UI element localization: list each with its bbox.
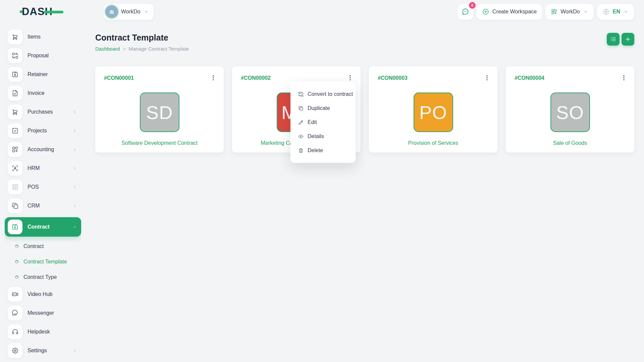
card-menu-button[interactable] [346,74,354,82]
title-block: Contract Template Dashboard › Manage Con… [95,33,189,52]
workspace-switcher[interactable]: WorkDo [104,4,154,20]
sidebar-item-icon-box [8,67,22,82]
create-workspace-button[interactable]: Create Workspace [477,4,542,20]
plus-circle-icon [482,8,489,15]
messages-button[interactable]: 0 [458,4,473,20]
chevron-right-icon [72,185,77,190]
sidebar-item-pos[interactable]: POS [5,180,81,194]
template-avatar: SO [550,93,590,132]
contract-id: #CON00004 [515,75,544,81]
kebab-icon [346,74,354,81]
context-menu-delete[interactable]: Delete [290,143,356,158]
sidebar-item-retainer[interactable]: Retainer [5,67,81,82]
sidebar-subitem-contract-template[interactable]: Contract Template [5,256,81,267]
sidebar-item-purchases[interactable]: Purchases [5,105,81,119]
template-name-link[interactable]: Sale of Goods [515,140,626,146]
sidebar-item-invoice[interactable]: Invoice [5,86,81,101]
contract-id: #CON00001 [104,75,134,81]
breadcrumb-dashboard-link[interactable]: Dashboard [95,46,120,52]
chevron-right-icon [72,110,77,115]
logo-accent-dot [20,10,22,13]
sidebar-item-label: Projects [28,128,47,134]
messages-badge: 0 [469,2,476,9]
workspace-name: WorkDo [121,9,141,15]
card-menu-button[interactable] [620,74,628,82]
sidebar-item-icon-box [8,48,22,63]
context-menu-edit[interactable]: Edit [290,115,356,129]
sidebar-subitem-label: Contract Type [23,274,57,280]
sidebar-subitem-contract-type[interactable]: Contract Type [5,272,81,283]
chevron-right-icon [72,166,77,171]
card-menu-button[interactable] [483,74,491,82]
template-name-link[interactable]: Provision of Services [378,140,489,146]
contract-id: #CON00003 [378,75,408,81]
sidebar-subitem-contract[interactable]: Contract [5,241,81,252]
sidebar-item-video-hub[interactable]: Video Hub [5,287,81,302]
sidebar-item-label: HRM [28,165,40,171]
context-menu-item-label: Duplicate [308,105,330,111]
context-menu-item-label: Edit [308,119,317,125]
context-menu-item-label: Delete [308,147,323,154]
headset-icon [11,328,19,336]
context-menu-item-label: Convert to contract [308,91,353,97]
template-name-link[interactable]: Software Development Contract [104,140,215,146]
sidebar-item-label: Video Hub [28,291,52,297]
sidebar-item-icon-box [8,343,22,358]
sidebar-item-icon-box [8,29,22,44]
sidebar-item-label: Retainer [28,71,48,77]
sidebar-item-accounting[interactable]: Accounting [5,142,81,157]
chat-icon [461,7,470,16]
sidebar-item-helpdesk[interactable]: Helpdesk [5,324,81,339]
sidebar-item-messenger[interactable]: Messenger [5,306,81,320]
sidebar-item-hrm[interactable]: HRM [5,161,81,176]
video-icon [11,291,19,298]
chevron-down-icon [583,9,588,14]
language-selector[interactable]: EN [597,4,634,20]
sidebar-item-items[interactable]: Items [5,29,81,44]
chevron-right-icon [72,147,77,152]
card-menu-button[interactable] [210,74,217,82]
message-icon [11,309,19,317]
bullet-icon [14,259,19,264]
sidebar-item-label: Accounting [28,146,54,153]
context-menu-duplicate[interactable]: Duplicate [290,101,356,115]
sidebar-subitem-label: Contract Template [23,259,67,265]
sidebar-item-icon-box [8,306,22,320]
kebab-icon [483,74,491,81]
sidebar-item-label: Messenger [28,310,54,316]
globe-icon [602,8,610,15]
sidebar-contract-submenu: Contract Contract Template Contract Type [5,241,81,287]
add-template-button[interactable] [622,33,634,46]
card-header: #CON00004 [515,75,626,82]
sidebar-item-contract[interactable]: Contract [5,217,81,237]
page-title: Contract Template [95,33,189,43]
app-root: DASH WorkDo 0 Create Workspace WorkDo [0,0,644,362]
bullet-icon [14,275,19,280]
trash-icon [298,147,304,154]
template-avatar: PO [414,93,453,132]
template-avatar: SD [140,93,179,132]
list-view-button[interactable] [607,33,620,46]
context-menu-details[interactable]: Details [290,129,356,143]
replace-icon [298,91,304,97]
sidebar-item-label: Items [28,34,41,40]
sidebar-item-label: CRM [28,203,40,209]
context-menu-convert-to-contract[interactable]: Convert to contract [290,87,356,101]
sidebar-item-settings[interactable]: Settings [5,343,81,358]
sidebar-item-label: Purchases [28,109,53,115]
breadcrumb-separator: › [123,46,125,51]
copy-squares-icon [11,202,19,209]
contract-template-card: #CON00004 SO Sale of Goods [506,66,634,153]
app-logo[interactable]: DASH [22,6,72,17]
cart-icon [11,33,19,41]
sidebar-item-label: Contract [28,224,50,230]
workdo-apps-button[interactable]: WorkDo [545,4,594,20]
sidebar-item-label: Invoice [28,90,45,96]
sidebar-item-crm[interactable]: CRM [5,198,81,213]
top-header: DASH WorkDo 0 Create Workspace WorkDo [0,0,644,23]
sidebar-item-proposal[interactable]: Proposal [5,48,81,63]
plus-icon [625,36,631,43]
chevron-down-icon [623,9,629,14]
sidebar-item-projects[interactable]: Projects [5,123,81,138]
dots-grid-icon [11,183,19,191]
